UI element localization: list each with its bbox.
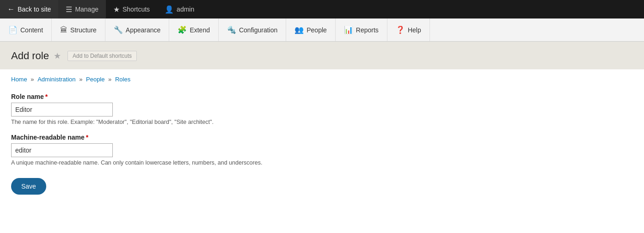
role-name-required: *: [45, 93, 48, 100]
add-shortcut-button[interactable]: Add to Default shortcuts: [67, 51, 137, 61]
star-icon: ★: [113, 5, 120, 14]
nav-help[interactable]: ❓ Help: [387, 18, 430, 41]
role-name-help: The name for this role. Example: "Modera…: [11, 119, 633, 125]
nav-appearance[interactable]: 🔧 Appearance: [105, 18, 170, 41]
breadcrumb-people[interactable]: People: [86, 76, 104, 83]
menu-icon: ☰: [66, 5, 72, 14]
machine-name-input[interactable]: [11, 143, 113, 157]
reports-icon: 📊: [344, 25, 353, 34]
content-icon: 📄: [8, 25, 18, 34]
breadcrumb: Home » Administration » People » Roles: [0, 69, 644, 86]
help-icon: ❓: [396, 25, 405, 34]
extend-icon: 🧩: [178, 25, 187, 34]
save-button[interactable]: Save: [11, 178, 46, 195]
admin-user-menu[interactable]: 👤 admin: [157, 0, 202, 18]
configuration-icon: 🔩: [227, 25, 236, 34]
role-name-label: Role name*: [11, 93, 633, 100]
breadcrumb-roles[interactable]: Roles: [115, 76, 130, 83]
role-name-input[interactable]: [11, 103, 113, 116]
user-icon: 👤: [165, 5, 174, 14]
nav-extend[interactable]: 🧩 Extend: [169, 18, 219, 41]
machine-name-required: *: [86, 134, 88, 141]
admin-bar: ← Back to site ☰ Manage ★ Shortcuts 👤 ad…: [0, 0, 644, 18]
breadcrumb-administration[interactable]: Administration: [37, 76, 75, 83]
machine-name-group: Machine-readable name* A unique machine-…: [11, 134, 633, 166]
back-to-site-link[interactable]: ← Back to site: [0, 0, 58, 18]
nav-content[interactable]: 📄 Content: [0, 18, 52, 41]
appearance-icon: 🔧: [114, 25, 123, 34]
main-content: Role name* The name for this role. Examp…: [0, 86, 644, 208]
nav-people[interactable]: 👥 People: [286, 18, 336, 41]
secondary-nav: 📄 Content 🏛 Structure 🔧 Appearance 🧩 Ext…: [0, 18, 644, 42]
machine-name-label: Machine-readable name*: [11, 134, 633, 141]
breadcrumb-home[interactable]: Home: [11, 76, 27, 83]
shortcuts-menu[interactable]: ★ Shortcuts: [106, 0, 157, 18]
machine-name-help: A unique machine-readable name. Can only…: [11, 159, 633, 166]
manage-menu[interactable]: ☰ Manage: [58, 0, 106, 18]
nav-configuration[interactable]: 🔩 Configuration: [219, 18, 286, 41]
nav-reports[interactable]: 📊 Reports: [336, 18, 387, 41]
shortcut-star-icon[interactable]: ★: [54, 51, 61, 61]
nav-structure[interactable]: 🏛 Structure: [52, 18, 105, 41]
structure-icon: 🏛: [60, 26, 67, 34]
role-name-group: Role name* The name for this role. Examp…: [11, 93, 633, 125]
people-icon: 👥: [294, 25, 304, 34]
page-title: Add role: [11, 50, 49, 62]
back-arrow-icon: ←: [7, 5, 15, 13]
page-header: Add role ★ Add to Default shortcuts: [0, 42, 644, 69]
